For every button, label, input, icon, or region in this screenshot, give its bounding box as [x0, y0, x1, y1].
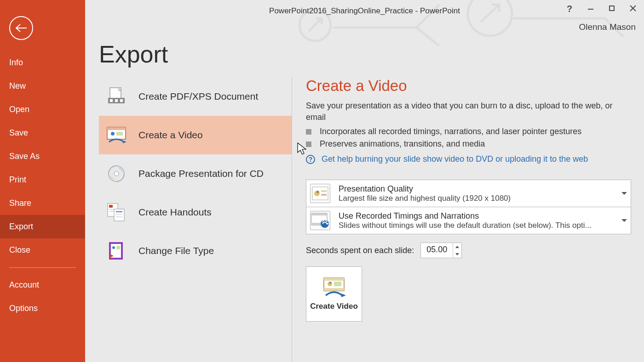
dropdown-title: Presentation Quality [339, 184, 615, 194]
close-icon [629, 5, 637, 12]
seconds-label: Seconds spent on each slide: [306, 246, 414, 255]
spinner-down-button[interactable] [453, 250, 461, 258]
bullet-item: Incorporates all recorded timings, narra… [306, 127, 631, 136]
presentation-quality-dropdown[interactable]: Presentation Quality Largest file size a… [306, 180, 631, 207]
sidebar-item-label: Info [9, 58, 23, 67]
option-label: Package Presentation for CD [138, 168, 264, 179]
sidebar-item-label: Export [9, 222, 33, 231]
title-bar: PowerPoint2016_SharingOnline_Practice - … [85, 0, 644, 22]
sidebar-item-close[interactable]: Close [0, 238, 85, 262]
back-button[interactable] [9, 16, 33, 40]
bullet-item: Preserves animations, transitions, and m… [306, 139, 631, 149]
create-video-large-icon [322, 277, 346, 297]
page-title: Export [99, 40, 644, 68]
svg-rect-20 [109, 205, 113, 208]
help-icon: ? [306, 155, 315, 164]
option-label: Create PDF/XPS Document [138, 91, 258, 102]
sidebar-item-label: Print [9, 175, 26, 184]
svg-rect-4 [610, 6, 614, 11]
sidebar-item-export[interactable]: Export [0, 215, 85, 238]
svg-rect-45 [334, 282, 341, 286]
sidebar-item-save-as[interactable]: Save As [0, 145, 85, 168]
sidebar-item-label: New [9, 81, 26, 90]
main-area: PowerPoint2016_SharingOnline_Practice - … [85, 0, 644, 362]
export-option-pdf-xps[interactable]: Create PDF/XPS Document [99, 77, 292, 116]
sidebar-item-print[interactable]: Print [0, 168, 85, 192]
sidebar-item-label: Save [9, 128, 28, 137]
svg-rect-10 [115, 99, 118, 102]
restore-icon [608, 5, 615, 12]
svg-marker-16 [123, 141, 126, 143]
triangle-down-icon [455, 253, 459, 255]
seconds-per-slide-row: Seconds spent on each slide: 05.00 [306, 243, 631, 258]
detail-title: Create a Video [306, 77, 631, 95]
export-detail-pane: Create a Video Save your presentation as… [292, 77, 644, 362]
svg-rect-23 [114, 209, 124, 221]
svg-rect-34 [321, 190, 327, 192]
svg-rect-11 [120, 99, 123, 102]
export-option-create-video[interactable]: Create a Video [99, 116, 292, 154]
recorded-timings-dropdown[interactable]: Use Recorded Timings and Narrations Slid… [306, 207, 631, 234]
svg-rect-30 [116, 246, 120, 249]
seconds-spinner[interactable]: 05.00 [420, 243, 462, 258]
minimize-icon [587, 5, 594, 12]
account-name[interactable]: Olenna Mason [579, 22, 636, 32]
seconds-value[interactable]: 05.00 [421, 243, 453, 258]
sidebar-item-share[interactable]: Share [0, 192, 85, 215]
triangle-up-icon [455, 246, 459, 248]
sidebar-divider [9, 267, 76, 268]
sidebar-item-save[interactable]: Save [0, 121, 85, 145]
sidebar-item-new[interactable]: New [0, 74, 85, 98]
svg-rect-9 [110, 99, 113, 102]
sidebar-item-label: Save As [9, 152, 40, 161]
svg-rect-13 [107, 127, 126, 130]
backstage-sidebar: Info New Open Save Save As Print Share E… [0, 0, 85, 362]
minimize-button[interactable] [585, 4, 596, 14]
bullet-icon [306, 129, 311, 135]
svg-rect-15 [116, 132, 123, 136]
create-video-button[interactable]: Create Video [306, 266, 362, 322]
bullet-text: Incorporates all recorded timings, narra… [320, 127, 581, 136]
sidebar-item-account[interactable]: Account [0, 273, 85, 297]
sidebar-item-label: Close [9, 245, 30, 255]
sidebar-item-open[interactable]: Open [0, 98, 85, 121]
close-button[interactable] [627, 4, 638, 14]
dropdown-subtitle: Largest file size and highest quality (1… [339, 194, 615, 203]
video-icon [106, 125, 126, 145]
chevron-down-icon [621, 192, 627, 195]
help-button[interactable]: ? [564, 4, 575, 14]
svg-point-14 [111, 132, 115, 136]
spinner-up-button[interactable] [453, 243, 461, 250]
detail-description: Save your presentation as a video that y… [306, 100, 631, 123]
window-title: PowerPoint2016_SharingOnline_Practice - … [269, 6, 460, 16]
timings-icon [310, 211, 330, 230]
dropdown-subtitle: Slides without timings will use the defa… [339, 221, 615, 230]
option-label: Change File Type [138, 245, 214, 256]
svg-rect-35 [321, 194, 327, 196]
export-option-change-file-type[interactable]: Change File Type [99, 232, 292, 270]
sidebar-item-label: Share [9, 198, 31, 208]
create-video-label: Create Video [310, 302, 358, 311]
svg-rect-43 [324, 288, 344, 291]
sidebar-item-label: Options [9, 304, 38, 313]
pdf-document-icon [106, 86, 126, 107]
cd-icon [106, 164, 126, 184]
option-label: Create a Video [138, 130, 203, 141]
bullet-text: Preserves animations, transitions, and m… [320, 139, 485, 149]
help-link[interactable]: ? Get help burning your slide show video… [306, 154, 631, 164]
chevron-down-icon [621, 219, 627, 222]
handouts-icon [106, 202, 126, 222]
svg-marker-46 [341, 294, 346, 297]
sidebar-item-options[interactable]: Options [0, 297, 85, 320]
restore-button[interactable] [606, 4, 617, 14]
export-options-list: Create PDF/XPS Document [99, 77, 292, 362]
svg-rect-42 [324, 278, 344, 281]
svg-point-18 [114, 171, 119, 176]
export-option-package-cd[interactable]: Package Presentation for CD [99, 154, 292, 193]
dropdown-title: Use Recorded Timings and Narrations [339, 211, 615, 221]
option-label: Create Handouts [138, 207, 212, 218]
sidebar-item-info[interactable]: Info [0, 51, 85, 74]
svg-point-29 [112, 246, 115, 249]
export-option-handouts[interactable]: Create Handouts [99, 193, 292, 232]
file-type-icon [106, 241, 126, 261]
